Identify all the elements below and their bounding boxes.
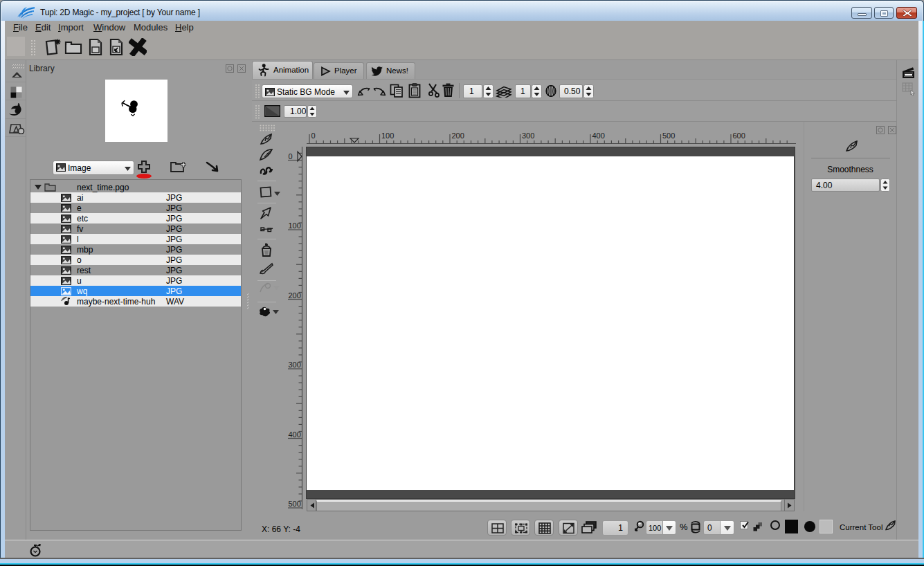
svg-text:400: 400 [289, 430, 301, 439]
svg-text:0: 0 [311, 131, 316, 140]
svg-text:200: 200 [289, 291, 301, 300]
svg-text:300: 300 [522, 131, 534, 140]
svg-text:200: 200 [452, 131, 464, 140]
svg-text:400: 400 [592, 131, 605, 140]
svg-text:600: 600 [733, 131, 745, 140]
svg-text:500: 500 [289, 500, 301, 508]
svg-text:500: 500 [662, 131, 675, 140]
svg-text:100: 100 [289, 221, 301, 230]
svg-text:0: 0 [289, 152, 293, 161]
svg-text:300: 300 [289, 360, 301, 369]
svg-text:100: 100 [381, 131, 394, 140]
